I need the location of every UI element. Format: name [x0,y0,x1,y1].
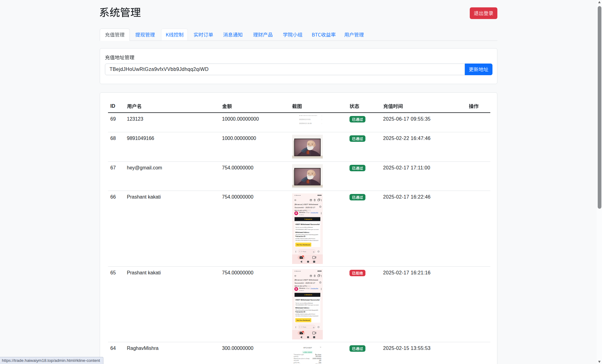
svg-text:Visit Your Dashboard: Visit Your Dashboard [296,244,310,245]
svg-text:1:43 pm: 1:43 pm [305,287,310,289]
svg-text:TBejdJHoUwRtGza9vfxVVbb9Jdhqq2: TBejdJHoUwRtGza9vfxVVbb9Jdhqq2qiWD [295,234,318,235]
svg-text:754.00000000 USDT from your ac: 754.00000000 USDT from your account. [295,304,319,306]
svg-text:USDT Withdrawal Successful: USDT Withdrawal Successful [295,223,319,225]
svg-text:Successful - 2025-02-17: Successful - 2025-02-17 [295,206,315,208]
svg-text:37b7465c25312404e9e7ec6dec25a6: 37b7465c25312404e9e7ec6dec25a65a5t1f [295,240,318,241]
svg-text:Transaction ID :: Transaction ID : [295,311,306,313]
svg-text:quantity: quantity [294,356,299,357]
svg-text:Unsubscribe: Unsubscribe [311,288,318,289]
svg-text:Warehouse price is cheap: Warehouse price is cheap [294,358,310,359]
svg-text:B: B [295,212,297,214]
svg-text:Withdrawal Address :: Withdrawal Address : [295,307,310,309]
svg-text:Reply: Reply [303,251,306,252]
svg-text:300.0000: 300.0000 [315,356,321,357]
svg-text:to me: to me [299,289,303,291]
svg-text:754.00000000 USDT from your ac: 754.00000000 USDT from your account. [295,228,319,230]
svg-text:to me: to me [299,214,303,215]
svg-text:Buy down: Buy down [315,354,321,355]
svg-text:Reply: Reply [303,326,306,328]
svg-text:1:43 pm: 1:43 pm [305,212,310,213]
svg-text:[Binance] USDT Withdrawal: [Binance] USDT Withdrawal [295,279,318,281]
svg-text:1:13: 1:13 [294,195,297,196]
svg-text:1:13: 1:13 [294,270,297,272]
svg-text:08:13:42 (UTC): 08:13:42 (UTC) [295,285,308,287]
svg-text:USDT Withdrawal Successful: USDT Withdrawal Successful [295,299,319,301]
svg-text:70%: 70% [318,362,321,363]
svg-text:2025/6/13 9:51: 2025/6/13 9:51 [299,118,311,120]
svg-text:b4198bcf5463115a8b5ea4857f731r: b4198bcf5463115a8b5ea4857f731r1f [295,313,315,315]
svg-text:B: B [295,288,297,290]
svg-text:180: 180 [319,360,321,361]
svg-text:profit rate: profit rate [294,362,300,363]
svg-text:[Binance] USDT Withdrawal: [Binance] USDT Withdrawal [295,203,318,205]
svg-text:You've successfully withdrawn: You've successfully withdrawn [295,302,313,304]
svg-text:TBejdJHoUwRtGza9vfxVVbb9Jdhqq2: TBejdJHoUwRtGza9vfxVVbb9Jdhqq2qiWD [295,309,318,311]
svg-text:BINANCE: BINANCE [306,218,312,220]
svg-text:BINANCE: BINANCE [306,294,312,296]
svg-text:2025/6/13 16:09: 2025/6/13 16:09 [299,122,311,124]
svg-text:Withdrawal Address :: Withdrawal Address : [295,232,310,233]
svg-text:+350.0000: +350.0000 [303,351,312,353]
svg-text:Transaction ID :: Transaction ID : [295,236,306,237]
svg-text:37b7465c25312404e9e7ec6dec25a6: 37b7465c25312404e9e7ec6dec25a65a5t1f [295,315,318,317]
svg-text:08:13:42 (UTC): 08:13:42 (UTC) [295,209,308,211]
svg-text:seconds: seconds [294,360,299,361]
svg-text:BTC/USDT: BTC/USDT [303,347,312,348]
svg-text:Successful - 2025-02-17: Successful - 2025-02-17 [295,282,315,284]
svg-text:Binance: Binance [299,211,305,213]
svg-text:b4198bcf5463115a8b5ea4857f731r: b4198bcf5463115a8b5ea4857f731r1f [295,238,315,239]
svg-text:You've successfully withdrawn: You've successfully withdrawn [295,227,313,228]
svg-text:10000.000000: 10000.000000 [312,358,321,359]
svg-text:Visit Your Dashboard: Visit Your Dashboard [296,319,310,321]
svg-text:Transaction type: Transaction type [294,354,304,355]
svg-text:Unsubscribe: Unsubscribe [311,212,318,214]
svg-text:Binance: Binance [299,287,305,289]
